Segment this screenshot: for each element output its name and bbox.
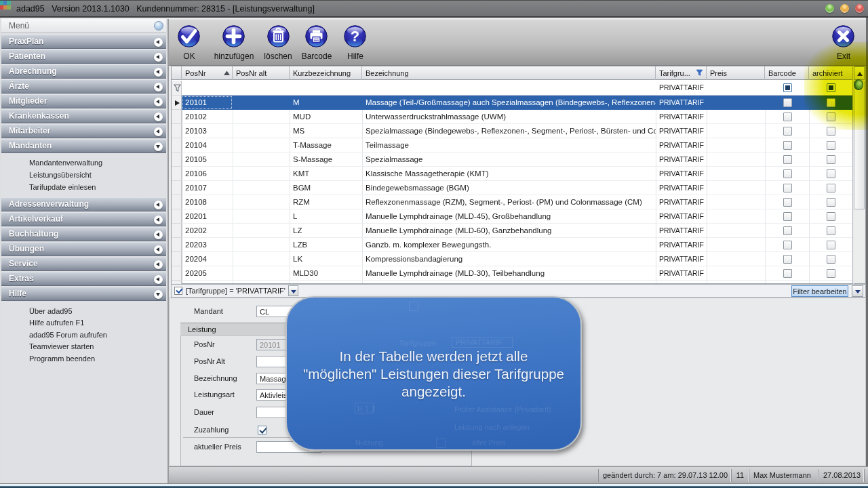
svg-text:?: ?: [351, 28, 359, 45]
